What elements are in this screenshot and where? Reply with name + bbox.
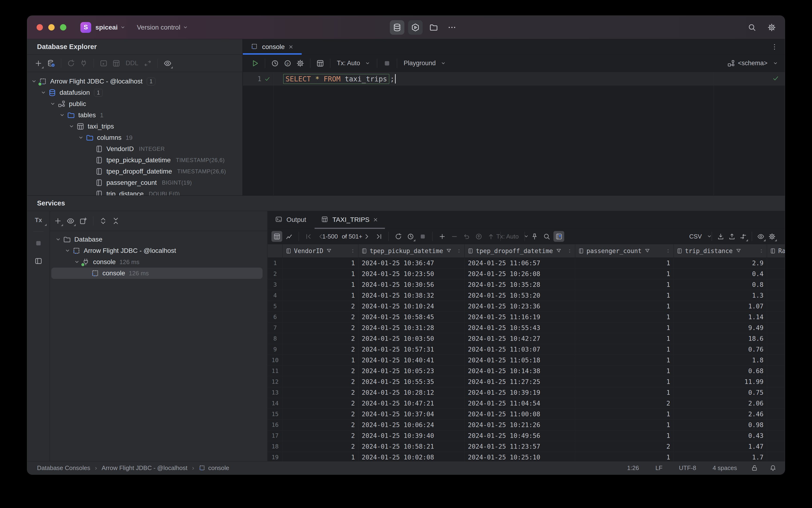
profile-p-button[interactable]: p: [282, 58, 293, 69]
commit-arrow-button[interactable]: [473, 231, 484, 242]
expand-chevron-icon[interactable]: [67, 122, 76, 131]
table-row[interactable]: 312024-01-25 10:30:562024-01-25 10:35:28…: [268, 279, 785, 290]
sort-icon[interactable]: [567, 248, 572, 254]
table-cell[interactable]: 1: [283, 258, 358, 268]
table-cell[interactable]: 2: [283, 376, 358, 387]
table-cell[interactable]: 1: [575, 312, 674, 322]
refresh-button[interactable]: [65, 58, 77, 69]
table-cell[interactable]: 0.68: [674, 366, 767, 376]
table-cell[interactable]: 2024-01-25 10:28:12: [358, 387, 465, 398]
table-cell[interactable]: [767, 387, 785, 398]
search-button[interactable]: [748, 23, 756, 32]
table-row[interactable]: 212024-01-25 10:23:502024-01-25 10:26:08…: [268, 268, 785, 279]
schema-selector[interactable]: <schema>: [727, 59, 778, 67]
expand-chevron-icon[interactable]: [63, 246, 72, 255]
clock-button[interactable]: [269, 58, 281, 69]
table-cell[interactable]: 2024-01-25 11:04:54: [465, 398, 575, 409]
tree-item-arrow-flight-jdbc-localhost[interactable]: Arrow Flight JDBC - @localhost: [51, 245, 263, 256]
table-cell[interactable]: 1: [575, 430, 674, 441]
expand-chevron-icon[interactable]: [54, 235, 62, 244]
1-26-control[interactable]: 1:26: [625, 464, 641, 472]
page-next-button[interactable]: [361, 231, 372, 242]
sort-icon[interactable]: [456, 248, 461, 254]
table-cell[interactable]: 2024-01-25 11:27:25: [465, 376, 575, 387]
tree-item-trip-distance[interactable]: trip_distanceDOUBLE(0): [27, 188, 242, 195]
table-cell[interactable]: 2: [575, 398, 674, 409]
table-row[interactable]: 622024-01-25 10:58:452024-01-25 11:16:19…: [268, 312, 785, 323]
table-row[interactable]: 1522024-01-25 10:37:042024-01-25 11:00:0…: [268, 409, 785, 420]
table-cell[interactable]: 0.76: [674, 344, 767, 354]
table-cell[interactable]: 2024-01-25 10:58:45: [358, 312, 465, 322]
table-cell[interactable]: 2024-01-25 10:14:38: [465, 366, 575, 376]
table-cell[interactable]: 0.8: [674, 279, 767, 290]
table-cell[interactable]: 2024-01-25 10:23:50: [358, 268, 465, 279]
row-number-cell[interactable]: 1: [268, 258, 283, 268]
minimize-window-button[interactable]: [48, 24, 55, 31]
table-row[interactable]: 412024-01-25 10:38:322024-01-25 10:53:20…: [268, 290, 785, 301]
gear-button[interactable]: [767, 23, 776, 32]
table-cell[interactable]: 1: [575, 387, 674, 398]
table-cell[interactable]: 2024-01-25 10:21:26: [465, 420, 575, 430]
row-number-cell[interactable]: 18: [268, 441, 283, 452]
eye-button[interactable]: [65, 215, 76, 226]
expand-all-button[interactable]: [97, 215, 109, 226]
column-header-rate[interactable]: Rate: [767, 244, 785, 257]
filter-icon[interactable]: [326, 248, 332, 254]
table-cell[interactable]: 2.06: [674, 398, 767, 409]
tx-auto-control[interactable]: Tx: Auto: [334, 58, 373, 69]
table-cell[interactable]: 2024-01-25 11:00:08: [465, 409, 575, 419]
tx-control[interactable]: Tx: [30, 214, 47, 226]
table-cell[interactable]: 1: [283, 290, 358, 301]
table-cell[interactable]: 1: [283, 452, 358, 462]
4-spaces-control[interactable]: 4 spaces: [710, 464, 739, 472]
table-cell[interactable]: [767, 452, 785, 462]
table-row[interactable]: 1622024-01-25 10:06:242024-01-25 10:21:2…: [268, 420, 785, 430]
inspections-ok-icon[interactable]: [772, 75, 779, 82]
table-cell[interactable]: 2: [283, 333, 358, 344]
table-cell[interactable]: 2.9: [674, 258, 767, 268]
close-window-button[interactable]: [37, 24, 43, 31]
jump-source-button[interactable]: [142, 58, 153, 69]
stop-button[interactable]: [417, 231, 428, 242]
sql-statement[interactable]: SELECT * FROM taxi_trips ;: [283, 72, 396, 86]
table-cell[interactable]: 1: [575, 290, 674, 301]
eye-button[interactable]: [162, 58, 173, 69]
table-row[interactable]: 1012024-01-25 10:40:412024-01-25 11:05:1…: [268, 355, 785, 366]
lf-control[interactable]: LF: [653, 464, 665, 472]
table-cell[interactable]: 2024-01-25 10:38:32: [358, 290, 465, 301]
plug-off-button[interactable]: [78, 58, 89, 69]
table-cell[interactable]: 1.7: [674, 452, 767, 462]
tab-taxi-trips[interactable]: TAXI_TRIPS: [314, 211, 386, 229]
row-number-cell[interactable]: 15: [268, 409, 283, 419]
table-row[interactable]: 922024-01-25 10:57:312024-01-25 11:03:07…: [268, 344, 785, 355]
tree-item-vendorid[interactable]: VendorIDINTEGER: [27, 143, 242, 155]
table-row[interactable]: 1422024-01-25 10:47:212024-01-25 11:04:5…: [268, 398, 785, 409]
filter-panel-button[interactable]: [553, 231, 564, 242]
table-cell[interactable]: 2024-01-25 10:03:50: [358, 333, 465, 344]
bell-button[interactable]: [770, 465, 776, 471]
table-cell[interactable]: 1: [575, 376, 674, 387]
table-cell[interactable]: 1: [575, 279, 674, 290]
table-row[interactable]: 522024-01-25 10:10:242024-01-25 10:23:36…: [268, 301, 785, 312]
table-cell[interactable]: 2024-01-25 10:37:04: [358, 409, 465, 419]
table-row[interactable]: 112024-01-25 10:36:472024-01-25 11:06:57…: [268, 258, 785, 268]
column-header-tpep-dropoff-datetime[interactable]: tpep_dropoff_datetime: [465, 244, 575, 257]
table-cell[interactable]: [767, 301, 785, 311]
table-cell[interactable]: 2024-01-25 10:06:24: [358, 420, 465, 430]
table-cell[interactable]: 2: [283, 323, 358, 333]
table-cell[interactable]: 1.14: [674, 312, 767, 322]
editor-options-kebab-icon[interactable]: [771, 43, 778, 51]
table-cell[interactable]: [767, 398, 785, 409]
table-row[interactable]: 722024-01-25 10:31:282024-01-25 10:55:43…: [268, 323, 785, 333]
table-button[interactable]: [315, 58, 326, 69]
row-number-cell[interactable]: 12: [268, 376, 283, 387]
table-cell[interactable]: [767, 279, 785, 290]
table-cell[interactable]: [767, 430, 785, 441]
refresh-button[interactable]: [393, 231, 404, 242]
table-cell[interactable]: 2: [283, 387, 358, 398]
close-tab-icon[interactable]: [288, 44, 294, 50]
tree-item-database[interactable]: Database: [51, 234, 263, 245]
run-button[interactable]: [250, 58, 261, 69]
table-cell[interactable]: 1.3: [674, 290, 767, 301]
1-500-control[interactable]: 1-500: [327, 231, 343, 242]
